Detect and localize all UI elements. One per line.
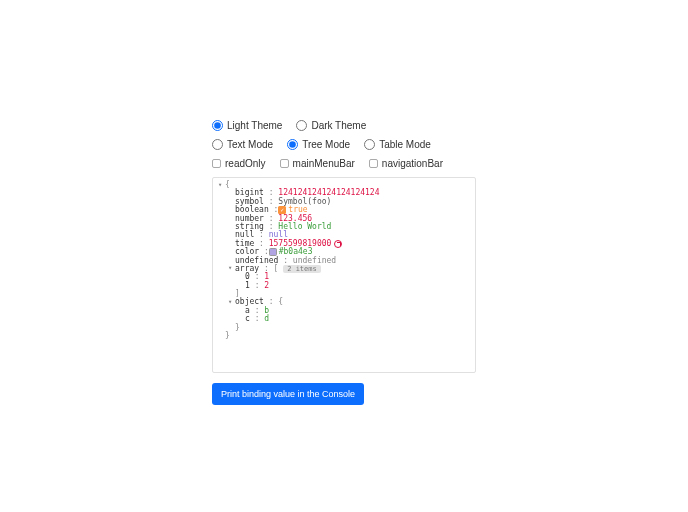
brace-close: } [235,324,240,332]
brace-close: } [225,332,230,340]
radio-input-text[interactable] [212,139,223,150]
radio-text-mode[interactable]: Text Mode [212,139,273,150]
json-editor[interactable]: ▾{ bigint : 124124124124124124124 symbol… [212,177,476,373]
radio-table-mode[interactable]: Table Mode [364,139,431,150]
radio-label: Table Mode [379,139,431,150]
radio-label: Light Theme [227,120,282,131]
tree-row: } [218,324,470,332]
caret-down-icon[interactable]: ▾ [218,182,225,189]
flags-group: readOnly mainMenuBar navigationBar [212,158,688,169]
checkbox-navigationbar[interactable]: navigationBar [369,158,443,169]
count-badge: 2 items [283,265,321,273]
checkbox-box[interactable] [212,159,221,168]
checkbox-label: readOnly [225,158,266,169]
radio-label: Dark Theme [311,120,366,131]
json-value: 2 [264,282,269,290]
app-root: Light Theme Dark Theme Text Mode Tree Mo… [0,0,688,512]
checkbox-label: mainMenuBar [293,158,355,169]
radio-input-table[interactable] [364,139,375,150]
radio-light-theme[interactable]: Light Theme [212,120,282,131]
checkbox-label: navigationBar [382,158,443,169]
json-value: d [264,315,269,323]
radio-label: Tree Mode [302,139,350,150]
caret-down-icon[interactable]: ▾ [228,299,235,306]
print-binding-button[interactable]: Print binding value in the Console [212,383,364,405]
caret-down-icon[interactable]: ▾ [228,265,235,272]
tree-row[interactable]: 1 : 2 [218,282,470,290]
radio-input-light[interactable] [212,120,223,131]
radio-tree-mode[interactable]: Tree Mode [287,139,350,150]
checkbox-box[interactable] [280,159,289,168]
tree-row: } [218,332,470,340]
radio-label: Text Mode [227,139,273,150]
checkbox-mainmenubar[interactable]: mainMenuBar [280,158,355,169]
brace-open: { [225,181,230,189]
radio-input-dark[interactable] [296,120,307,131]
theme-radio-group: Light Theme Dark Theme [212,120,688,131]
checkbox-readonly[interactable]: readOnly [212,158,266,169]
radio-dark-theme[interactable]: Dark Theme [296,120,366,131]
radio-input-tree[interactable] [287,139,298,150]
json-value: undefined [293,257,336,265]
tree-row[interactable]: c : d [218,315,470,323]
clock-icon [334,240,342,248]
mode-radio-group: Text Mode Tree Mode Table Mode [212,139,688,150]
checkbox-box[interactable] [369,159,378,168]
